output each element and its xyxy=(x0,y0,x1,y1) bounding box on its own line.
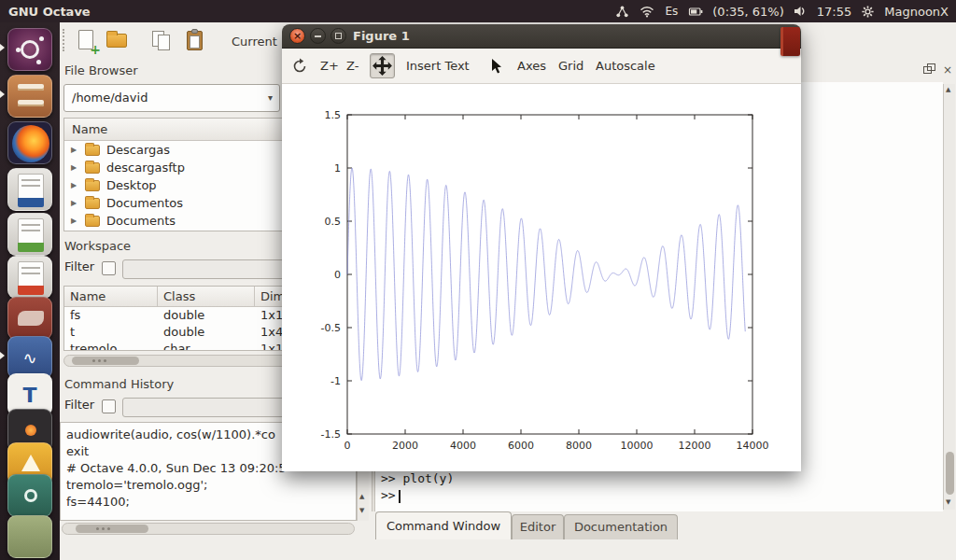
folder-icon xyxy=(85,180,100,191)
svg-text:4000: 4000 xyxy=(450,440,476,452)
figure-window: × Figure 1 Z+ Z- Insert Text Axes Grid A… xyxy=(282,24,801,471)
maximize-button[interactable] xyxy=(330,28,346,44)
figure-titlebar[interactable]: × Figure 1 xyxy=(282,24,801,49)
svg-text:0.5: 0.5 xyxy=(325,216,342,228)
tab-editor[interactable]: Editor xyxy=(512,514,564,539)
history-entry[interactable]: exit xyxy=(66,443,89,460)
files-icon[interactable] xyxy=(7,75,52,118)
svg-text:6000: 6000 xyxy=(508,440,534,452)
workspace-filter-checkbox[interactable] xyxy=(102,261,116,275)
scrollbar-thumb[interactable] xyxy=(76,525,148,533)
svg-text:2000: 2000 xyxy=(392,440,418,452)
scroll-down-icon[interactable]: ▼ xyxy=(359,507,364,514)
unity-launcher: ∿ T xyxy=(0,22,60,560)
close-widget-icon[interactable]: × xyxy=(943,63,956,77)
expand-caret-icon[interactable]: ▶ xyxy=(71,141,77,159)
cursor-icon[interactable] xyxy=(489,58,502,77)
command-line: >> plot(y) xyxy=(381,471,454,485)
libreoffice-impress-icon[interactable] xyxy=(7,256,52,299)
volume-icon[interactable] xyxy=(793,4,808,20)
ubuntu-dash-icon[interactable] xyxy=(7,28,52,71)
zoom-in-button[interactable]: Z+ xyxy=(320,59,339,73)
current-directory-label: Current xyxy=(232,35,277,49)
filter-label: Filter xyxy=(64,259,94,273)
svg-text:1.5: 1.5 xyxy=(325,109,342,121)
history-filter-input[interactable] xyxy=(122,398,309,417)
insert-text-button[interactable]: Insert Text xyxy=(406,59,470,73)
clock[interactable]: 17:55 xyxy=(817,5,851,19)
svg-text:1: 1 xyxy=(334,162,341,175)
wifi-icon[interactable] xyxy=(639,4,654,20)
scrollbar-thumb[interactable] xyxy=(946,452,954,495)
session-gear-icon[interactable] xyxy=(860,4,876,20)
history-entry[interactable]: # Octave 4.0.0, Sun Dec 13 09:20:5 xyxy=(66,460,287,477)
column-header-class[interactable]: Class xyxy=(158,287,255,306)
history-entry[interactable]: tremolo='tremolo.ogg'; xyxy=(66,477,207,494)
pan-button[interactable] xyxy=(370,53,395,78)
close-button[interactable]: × xyxy=(289,28,305,44)
running-indicator-arrow xyxy=(0,44,5,51)
top-panel: GNU Octave Es (0:35, 61%) 17:55 MagnoonX xyxy=(0,0,956,22)
svg-text:0: 0 xyxy=(344,440,351,452)
expand-caret-icon[interactable]: ▶ xyxy=(71,212,77,230)
copy-button[interactable] xyxy=(149,28,174,52)
battery-status[interactable]: (0:35, 61%) xyxy=(712,5,784,19)
svg-text:12000: 12000 xyxy=(679,440,711,452)
axes-button[interactable]: Axes xyxy=(517,59,546,73)
command-prompt[interactable]: >> xyxy=(381,488,401,503)
workspace-title: Workspace xyxy=(64,239,131,253)
system-settings-icon[interactable] xyxy=(7,474,52,517)
firefox-icon[interactable] xyxy=(7,121,52,164)
scroll-up-icon[interactable]: ▲ xyxy=(359,493,364,500)
workspace-filter-input[interactable] xyxy=(122,259,309,279)
grid-button[interactable]: Grid xyxy=(558,59,583,73)
zoom-out-button[interactable]: Z- xyxy=(346,59,358,73)
scroll-down-icon[interactable]: ▼ xyxy=(946,498,950,506)
tab-command-window[interactable]: Command Window xyxy=(375,511,512,539)
indicator-icon[interactable] xyxy=(614,4,630,20)
svg-text:14000: 14000 xyxy=(737,440,769,452)
trash-icon[interactable] xyxy=(7,515,52,558)
libreoffice-writer-icon[interactable] xyxy=(7,168,52,211)
window-title: GNU Octave xyxy=(0,5,91,19)
username-menu[interactable]: MagnoonX xyxy=(884,5,949,19)
history-filter-checkbox[interactable] xyxy=(102,399,116,413)
command-window-vscrollbar[interactable]: ▲ ▼ xyxy=(943,84,955,510)
folder-icon xyxy=(85,145,100,156)
system-tray: Es (0:35, 61%) 17:55 MagnoonX xyxy=(614,4,956,20)
running-indicator-arrow xyxy=(0,91,5,98)
undock-widget-icon[interactable] xyxy=(922,63,937,77)
expand-caret-icon[interactable]: ▶ xyxy=(71,159,77,176)
toolbar-drag-handle[interactable] xyxy=(63,29,64,51)
command-history-title: Command History xyxy=(64,377,174,391)
new-script-button[interactable]: + xyxy=(75,28,99,52)
libreoffice-calc-icon[interactable] xyxy=(7,213,52,256)
path-input[interactable]: /home/david▾ xyxy=(63,84,280,112)
history-entry[interactable]: fs=44100; xyxy=(66,494,130,511)
rotate-icon[interactable] xyxy=(290,57,309,78)
autoscale-button[interactable]: Autoscale xyxy=(596,59,655,73)
plot-area[interactable]: 02000400060008000100001200014000-1.5-1-0… xyxy=(282,84,801,471)
svg-text:8000: 8000 xyxy=(566,440,592,452)
workspace-filter-row: Filter xyxy=(64,259,94,278)
history-entry[interactable]: audiowrite(audio, cos(w/1100).*co xyxy=(66,427,275,443)
tab-documentation[interactable]: Documentation xyxy=(564,514,678,539)
scrollbar-thumb[interactable] xyxy=(72,357,139,365)
scroll-up-icon[interactable]: ▲ xyxy=(946,86,950,93)
folder-icon xyxy=(85,162,100,174)
svg-text:-1: -1 xyxy=(330,375,341,387)
column-header-name[interactable]: Name xyxy=(64,287,158,306)
open-file-button[interactable] xyxy=(105,28,129,52)
expand-caret-icon[interactable]: ▶ xyxy=(71,176,77,194)
keyboard-layout-indicator[interactable]: Es xyxy=(663,5,680,18)
combo-arrow-icon: ▾ xyxy=(268,85,273,111)
paste-button[interactable] xyxy=(183,28,207,52)
red-book-icon[interactable] xyxy=(780,27,800,56)
figure-title: Figure 1 xyxy=(353,29,410,43)
minimize-button[interactable] xyxy=(310,28,326,44)
history-hscrollbar[interactable] xyxy=(62,523,355,535)
expand-caret-icon[interactable]: ▶ xyxy=(71,194,77,212)
gimp-icon[interactable] xyxy=(7,297,52,340)
history-filter-row: Filter xyxy=(64,398,94,416)
battery-icon[interactable] xyxy=(688,4,704,20)
